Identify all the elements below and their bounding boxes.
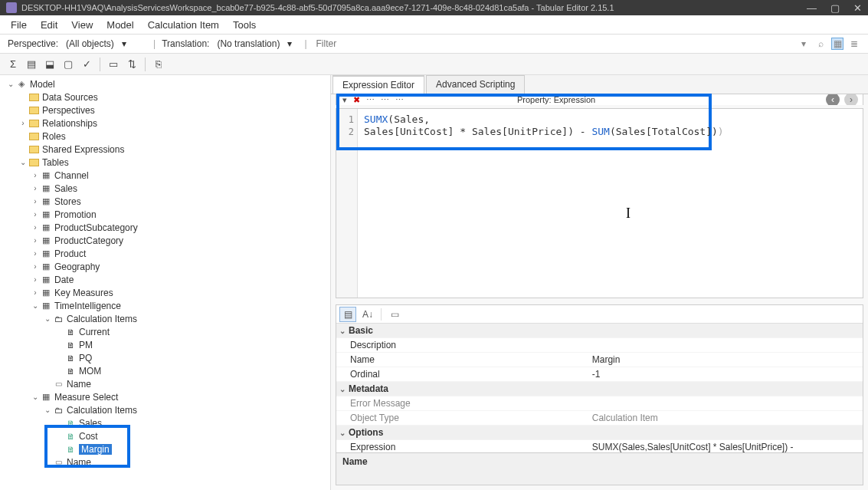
prop-expression-label[interactable]: Expression	[336, 440, 589, 453]
view-mode-1-icon[interactable]: ▦	[831, 38, 843, 50]
tree-relationships[interactable]: Relationships	[5, 117, 330, 130]
tree-tables[interactable]: Tables	[5, 156, 330, 169]
menu-file[interactable]: File	[11, 19, 27, 31]
text-cursor-icon: I	[626, 207, 631, 219]
toolbar-check-icon[interactable]: ✓	[78, 56, 95, 73]
tree-calcitem-current[interactable]: 🗎Current	[5, 325, 330, 338]
prop-description-value[interactable]	[589, 338, 863, 353]
tree-calcitem-pm[interactable]: 🗎PM	[5, 338, 330, 351]
tab-advanced-scripting[interactable]: Advanced Scripting	[426, 75, 525, 94]
menu-tools[interactable]: Tools	[233, 19, 256, 31]
title-text: DESKTOP-HH1V9AQ\AnalysisServicesWorkspac…	[21, 3, 614, 12]
perspective-label: Perspective:	[8, 38, 58, 49]
toolbar-sigma-icon[interactable]: Σ	[5, 56, 21, 73]
expression-editor[interactable]: 1 2 SUMX(Sales, Sales[UnitCost] * Sales[…	[336, 108, 863, 298]
prop-objtype-value: Calculation Item	[589, 411, 863, 426]
property-description-pane: Name	[336, 452, 863, 485]
right-tabs: Expression Editor Advanced Scripting	[331, 75, 868, 94]
tree-table-keymeasures[interactable]: ▦Key Measures	[5, 286, 330, 299]
tree-shared-expressions[interactable]: Shared Expressions	[5, 143, 330, 156]
right-pane: Expression Editor Advanced Scripting ▾✖⋯…	[331, 75, 868, 490]
perspective-combo[interactable]: (All objects) ▾	[63, 37, 147, 51]
prop-objtype-label: Object Type	[336, 411, 589, 426]
tab-expression-editor[interactable]: Expression Editor	[332, 75, 424, 94]
toolbar-columns-icon[interactable]: ▭	[105, 56, 122, 73]
tree-roles[interactable]: Roles	[5, 130, 330, 143]
tree-table-date[interactable]: ▦Date	[5, 273, 330, 286]
tree-table-prodsub[interactable]: ▦ProductSubcategory	[5, 221, 330, 234]
nav-forward-icon[interactable]: ›	[844, 94, 858, 105]
view-mode-2-icon[interactable]: ≣	[848, 38, 860, 50]
editor-gutter: 1 2	[336, 109, 358, 298]
tree-table-channel[interactable]: ▦Channel	[5, 169, 330, 182]
tree-model[interactable]: ◈Model	[5, 77, 330, 90]
toolbar: Σ ▤ ⬓ ▢ ✓ ▭ ⇅ ⎘	[0, 54, 868, 75]
title-bar: DESKTOP-HH1V9AQ\AnalysisServicesWorkspac…	[0, 0, 868, 15]
propcat-options[interactable]: Options	[349, 427, 383, 438]
toolbar-tree-icon[interactable]: ⬓	[41, 56, 58, 73]
prop-description-label[interactable]: Description	[336, 338, 589, 353]
tree-table-product[interactable]: ▦Product	[5, 247, 330, 260]
prop-ordinal-value[interactable]: -1	[589, 367, 863, 382]
menu-edit[interactable]: Edit	[41, 19, 57, 31]
tree-table-prodcat[interactable]: ▦ProductCategory	[5, 234, 330, 247]
menu-bar: File Edit View Model Calculation Item To…	[0, 15, 868, 34]
menu-view[interactable]: View	[71, 19, 93, 31]
prop-expression-value[interactable]: SUMX(Sales,Sales[UnitCost] * Sales[UnitP…	[589, 440, 863, 453]
editor-body[interactable]: SUMX(Sales, Sales[UnitCost] * Sales[Unit…	[358, 109, 863, 298]
tree-calcitem-sales[interactable]: 🗎Sales	[5, 416, 330, 429]
tree-name-column-2[interactable]: Name	[5, 455, 330, 469]
propgrid-alphabetical-icon[interactable]: A↓	[359, 307, 376, 322]
translation-combo[interactable]: (No translation) ▾	[214, 37, 298, 51]
toolbar-box-icon[interactable]: ▢	[60, 56, 77, 73]
menu-calculation-item[interactable]: Calculation Item	[148, 19, 219, 31]
tree-table-geography[interactable]: ▦Geography	[5, 260, 330, 273]
tree-calc-items-folder-2[interactable]: 🗀Calculation Items	[5, 403, 330, 416]
tree-table-sales[interactable]: ▦Sales	[5, 182, 330, 195]
filter-input[interactable]	[313, 37, 793, 51]
prop-ordinal-label[interactable]: Ordinal	[336, 367, 589, 382]
tree-name-column[interactable]: Name	[5, 377, 330, 390]
toolbar-copy-icon[interactable]: ⎘	[150, 56, 167, 73]
prop-name-label[interactable]: Name	[336, 353, 589, 367]
menu-model[interactable]: Model	[106, 19, 133, 31]
propdesc-title: Name	[342, 456, 857, 467]
tree-calcitem-margin[interactable]: 🗎Margin	[5, 442, 330, 455]
propcat-basic[interactable]: Basic	[349, 325, 373, 336]
tree-table-stores[interactable]: ▦Stores	[5, 195, 330, 208]
perspective-bar: Perspective: (All objects) ▾ | Translati…	[0, 34, 868, 54]
propgrid-categorized-icon[interactable]: ▤	[339, 307, 356, 322]
minimize-button[interactable]: —	[807, 2, 817, 14]
property-grid: ▤ A↓ ▭ Basic Description NameMargin Ordi…	[336, 304, 863, 485]
maximize-button[interactable]: ▢	[830, 2, 840, 14]
nav-back-icon[interactable]: ‹	[826, 94, 840, 105]
toolbar-list-icon[interactable]: ▤	[23, 56, 40, 73]
toolbar-separator	[100, 58, 100, 71]
filter-icon[interactable]: ▾	[798, 38, 810, 50]
expression-toolbar-partial: ▾✖⋯⋯⋯ Property: Expression ‹ ›	[336, 94, 863, 105]
tree-calcitem-pq[interactable]: 🗎PQ	[5, 351, 330, 364]
tree-table-measure-select[interactable]: ▦Measure Select	[5, 390, 330, 403]
propcat-metadata[interactable]: Metadata	[349, 383, 388, 394]
tree-table-promotion[interactable]: ▦Promotion	[5, 208, 330, 221]
toolbar-sort-icon[interactable]: ⇅	[123, 56, 140, 73]
close-button[interactable]: ✕	[853, 2, 862, 14]
propgrid-pages-icon[interactable]: ▭	[386, 307, 403, 322]
app-icon	[6, 2, 17, 13]
tree-data-sources[interactable]: Data Sources	[5, 90, 330, 104]
tree-calcitem-cost[interactable]: 🗎Cost	[5, 429, 330, 442]
prop-errormsg-value	[589, 396, 863, 411]
prop-name-value[interactable]: Margin	[589, 353, 863, 367]
toolbar-separator	[145, 58, 146, 71]
tree-perspectives[interactable]: Perspectives	[5, 104, 330, 117]
tree-calc-items-folder[interactable]: 🗀Calculation Items	[5, 312, 330, 325]
translation-label: Translation:	[162, 38, 209, 49]
model-tree[interactable]: ◈Model Data Sources Perspectives Relatio…	[0, 75, 331, 490]
filter-funnel-icon[interactable]: ⌕	[814, 38, 827, 50]
prop-errormsg-label: Error Message	[336, 396, 589, 411]
tree-calcitem-mom[interactable]: 🗎MOM	[5, 364, 330, 377]
tree-table-timeintel[interactable]: ▦TimeIntelligence	[5, 299, 330, 312]
